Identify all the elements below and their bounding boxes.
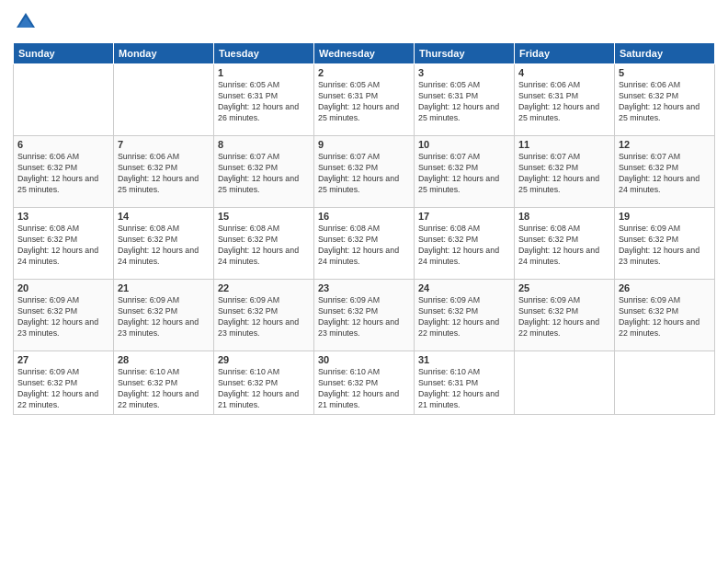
day-number: 7 [118,139,210,150]
day-number: 2 [318,67,410,78]
calendar-cell: 12Sunrise: 6:07 AM Sunset: 6:32 PM Dayli… [615,136,715,208]
day-number: 13 [17,211,109,222]
weekday-header: Sunday [14,43,114,64]
day-info: Sunrise: 6:09 AM Sunset: 6:32 PM Dayligh… [619,295,711,339]
day-info: Sunrise: 6:08 AM Sunset: 6:32 PM Dayligh… [218,224,310,268]
weekday-header: Tuesday [214,43,314,64]
day-info: Sunrise: 6:09 AM Sunset: 6:32 PM Dayligh… [418,295,510,339]
day-info: Sunrise: 6:10 AM Sunset: 6:32 PM Dayligh… [118,367,210,411]
day-number: 10 [418,139,510,150]
logo-icon [13,9,39,35]
day-number: 19 [619,211,711,222]
calendar-cell: 1Sunrise: 6:05 AM Sunset: 6:31 PM Daylig… [214,64,314,136]
day-number: 27 [17,354,109,365]
day-number: 5 [619,67,711,78]
calendar-cell: 19Sunrise: 6:09 AM Sunset: 6:32 PM Dayli… [615,208,715,280]
day-info: Sunrise: 6:06 AM Sunset: 6:31 PM Dayligh… [518,80,610,124]
day-info: Sunrise: 6:05 AM Sunset: 6:31 PM Dayligh… [218,80,310,124]
calendar-cell [114,64,214,136]
week-row: 13Sunrise: 6:08 AM Sunset: 6:32 PM Dayli… [14,208,715,280]
calendar-cell: 28Sunrise: 6:10 AM Sunset: 6:32 PM Dayli… [114,351,214,415]
day-info: Sunrise: 6:09 AM Sunset: 6:32 PM Dayligh… [17,295,109,339]
calendar-cell: 10Sunrise: 6:07 AM Sunset: 6:32 PM Dayli… [415,136,515,208]
day-number: 12 [619,139,711,150]
day-number: 8 [218,139,310,150]
day-number: 31 [418,354,510,365]
calendar-cell: 14Sunrise: 6:08 AM Sunset: 6:32 PM Dayli… [114,208,214,280]
day-info: Sunrise: 6:08 AM Sunset: 6:32 PM Dayligh… [518,224,610,268]
day-info: Sunrise: 6:10 AM Sunset: 6:31 PM Dayligh… [418,367,510,411]
day-info: Sunrise: 6:09 AM Sunset: 6:32 PM Dayligh… [518,295,610,339]
weekday-header: Thursday [415,43,515,64]
page: SundayMondayTuesdayWednesdayThursdayFrid… [0,0,728,563]
calendar-cell: 31Sunrise: 6:10 AM Sunset: 6:31 PM Dayli… [415,351,515,415]
day-number: 3 [418,67,510,78]
calendar-cell: 17Sunrise: 6:08 AM Sunset: 6:32 PM Dayli… [415,208,515,280]
day-number: 11 [518,139,610,150]
calendar-cell: 29Sunrise: 6:10 AM Sunset: 6:32 PM Dayli… [214,351,314,415]
day-number: 29 [218,354,310,365]
day-number: 22 [218,282,310,293]
day-number: 4 [518,67,610,78]
day-number: 26 [619,282,711,293]
day-info: Sunrise: 6:05 AM Sunset: 6:31 PM Dayligh… [418,80,510,124]
day-info: Sunrise: 6:07 AM Sunset: 6:32 PM Dayligh… [218,152,310,196]
calendar-cell: 13Sunrise: 6:08 AM Sunset: 6:32 PM Dayli… [14,208,114,280]
day-number: 25 [518,282,610,293]
day-info: Sunrise: 6:09 AM Sunset: 6:32 PM Dayligh… [218,295,310,339]
day-number: 21 [118,282,210,293]
day-info: Sunrise: 6:10 AM Sunset: 6:32 PM Dayligh… [318,367,410,411]
day-info: Sunrise: 6:07 AM Sunset: 6:32 PM Dayligh… [619,152,711,196]
day-number: 6 [17,139,109,150]
calendar-cell: 26Sunrise: 6:09 AM Sunset: 6:32 PM Dayli… [615,280,715,351]
week-row: 6Sunrise: 6:06 AM Sunset: 6:32 PM Daylig… [14,136,715,208]
day-info: Sunrise: 6:08 AM Sunset: 6:32 PM Dayligh… [418,224,510,268]
calendar-cell: 24Sunrise: 6:09 AM Sunset: 6:32 PM Dayli… [415,280,515,351]
calendar-cell: 20Sunrise: 6:09 AM Sunset: 6:32 PM Dayli… [14,280,114,351]
calendar-cell [14,64,114,136]
weekday-header: Friday [515,43,615,64]
day-info: Sunrise: 6:08 AM Sunset: 6:32 PM Dayligh… [17,224,109,268]
calendar-cell: 4Sunrise: 6:06 AM Sunset: 6:31 PM Daylig… [515,64,615,136]
calendar-cell: 2Sunrise: 6:05 AM Sunset: 6:31 PM Daylig… [314,64,415,136]
calendar-cell: 27Sunrise: 6:09 AM Sunset: 6:32 PM Dayli… [14,351,114,415]
calendar-cell: 18Sunrise: 6:08 AM Sunset: 6:32 PM Dayli… [515,208,615,280]
day-info: Sunrise: 6:09 AM Sunset: 6:32 PM Dayligh… [619,224,711,268]
day-info: Sunrise: 6:08 AM Sunset: 6:32 PM Dayligh… [318,224,410,268]
calendar-cell: 30Sunrise: 6:10 AM Sunset: 6:32 PM Dayli… [314,351,415,415]
calendar-cell: 7Sunrise: 6:06 AM Sunset: 6:32 PM Daylig… [114,136,214,208]
calendar: SundayMondayTuesdayWednesdayThursdayFrid… [13,42,715,415]
day-info: Sunrise: 6:09 AM Sunset: 6:32 PM Dayligh… [17,367,109,411]
calendar-cell: 25Sunrise: 6:09 AM Sunset: 6:32 PM Dayli… [515,280,615,351]
day-info: Sunrise: 6:06 AM Sunset: 6:32 PM Dayligh… [118,152,210,196]
day-number: 18 [518,211,610,222]
calendar-cell: 16Sunrise: 6:08 AM Sunset: 6:32 PM Dayli… [314,208,415,280]
week-row: 20Sunrise: 6:09 AM Sunset: 6:32 PM Dayli… [14,280,715,351]
day-number: 16 [318,211,410,222]
day-info: Sunrise: 6:07 AM Sunset: 6:32 PM Dayligh… [418,152,510,196]
header [13,9,715,35]
day-number: 17 [418,211,510,222]
calendar-cell: 22Sunrise: 6:09 AM Sunset: 6:32 PM Dayli… [214,280,314,351]
day-info: Sunrise: 6:05 AM Sunset: 6:31 PM Dayligh… [318,80,410,124]
day-number: 23 [318,282,410,293]
weekday-header: Monday [114,43,214,64]
day-number: 14 [118,211,210,222]
logo [13,9,42,35]
weekday-header: Saturday [615,43,715,64]
weekday-header-row: SundayMondayTuesdayWednesdayThursdayFrid… [14,43,715,64]
day-info: Sunrise: 6:06 AM Sunset: 6:32 PM Dayligh… [619,80,711,124]
day-info: Sunrise: 6:10 AM Sunset: 6:32 PM Dayligh… [218,367,310,411]
calendar-cell: 8Sunrise: 6:07 AM Sunset: 6:32 PM Daylig… [214,136,314,208]
weekday-header: Wednesday [314,43,415,64]
day-number: 28 [118,354,210,365]
calendar-cell: 11Sunrise: 6:07 AM Sunset: 6:32 PM Dayli… [515,136,615,208]
calendar-cell: 21Sunrise: 6:09 AM Sunset: 6:32 PM Dayli… [114,280,214,351]
day-info: Sunrise: 6:08 AM Sunset: 6:32 PM Dayligh… [118,224,210,268]
calendar-cell: 5Sunrise: 6:06 AM Sunset: 6:32 PM Daylig… [615,64,715,136]
day-info: Sunrise: 6:06 AM Sunset: 6:32 PM Dayligh… [17,152,109,196]
calendar-cell: 6Sunrise: 6:06 AM Sunset: 6:32 PM Daylig… [14,136,114,208]
calendar-cell [515,351,615,415]
day-number: 9 [318,139,410,150]
day-number: 1 [218,67,310,78]
